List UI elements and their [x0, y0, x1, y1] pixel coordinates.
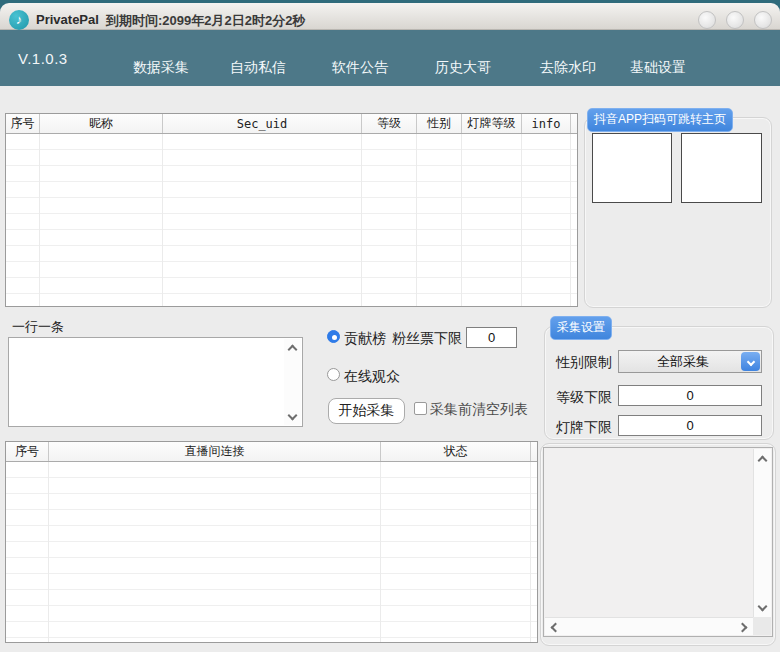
- maximize-button[interactable]: [726, 11, 744, 29]
- rooms-table-body: [6, 462, 537, 642]
- lamp-min-label: 灯牌下限: [556, 419, 612, 437]
- close-button[interactable]: [754, 11, 772, 29]
- log-vertical-scrollbar[interactable]: [753, 449, 771, 617]
- rooms-col-index[interactable]: 序号: [6, 442, 49, 461]
- log-horizontal-scrollbar[interactable]: [545, 617, 753, 635]
- radio-contribution-list[interactable]: [327, 330, 340, 343]
- fans-table-body: [6, 134, 577, 306]
- fans-col-stub: [571, 114, 577, 133]
- fans-col-level[interactable]: 等级: [362, 114, 417, 133]
- clear-before-collect-label[interactable]: 采集前清空列表: [430, 401, 528, 419]
- level-min-input[interactable]: [618, 385, 762, 406]
- qr-code-box-right: [681, 133, 762, 203]
- radio-online-label[interactable]: 在线观众: [344, 368, 400, 386]
- title-bar: ♪ PrivatePal 到期时间:2099年2月2日2时2分2秒: [0, 3, 780, 30]
- collect-settings-title-tag: 采集设置: [550, 316, 612, 340]
- fans-col-index[interactable]: 序号: [6, 114, 40, 133]
- fans-col-info[interactable]: info: [522, 114, 571, 133]
- rooms-col-stub: [531, 442, 537, 461]
- app-title: PrivatePal: [36, 12, 99, 27]
- nav-tab-data-collect[interactable]: 数据采集: [133, 59, 189, 77]
- version-label: V.1.0.3: [18, 50, 68, 67]
- radio-contribution-label[interactable]: 贡献榜: [344, 330, 386, 348]
- rooms-table-header: 序号 直播间连接 状态: [6, 442, 537, 462]
- chevron-down-icon[interactable]: [741, 352, 760, 371]
- scroll-right-icon[interactable]: [734, 619, 751, 635]
- radio-online-viewers[interactable]: [327, 368, 340, 381]
- fans-table: 序号 昵称 Sec_uid 等级 性别 灯牌等级 info: [5, 113, 578, 307]
- fan-ticket-label: 粉丝票下限: [392, 330, 462, 348]
- qr-panel-title-tag: 抖音APP扫码可跳转主页: [587, 108, 733, 132]
- fans-table-header: 序号 昵称 Sec_uid 等级 性别 灯牌等级 info: [6, 114, 577, 134]
- rooms-table: 序号 直播间连接 状态: [5, 441, 538, 643]
- fans-col-gender[interactable]: 性别: [417, 114, 462, 133]
- fan-ticket-input[interactable]: [466, 327, 517, 348]
- nav-tab-auto-message[interactable]: 自动私信: [230, 59, 286, 77]
- nav-tab-basic-settings[interactable]: 基础设置: [630, 59, 686, 77]
- room-links-textarea[interactable]: [8, 337, 303, 427]
- log-listbox[interactable]: [543, 447, 773, 637]
- fans-col-secuid[interactable]: Sec_uid: [163, 114, 362, 133]
- nav-bar: V.1.0.3 数据采集 自动私信 软件公告 历史大哥 去除水印 基础设置: [0, 30, 780, 86]
- lines-label: 一行一条: [12, 318, 64, 336]
- fans-col-nick[interactable]: 昵称: [40, 114, 163, 133]
- rooms-col-status[interactable]: 状态: [381, 442, 531, 461]
- scroll-down-icon[interactable]: [754, 598, 771, 614]
- textarea-scrollbar[interactable]: [284, 339, 301, 425]
- nav-tab-history[interactable]: 历史大哥: [435, 59, 491, 77]
- qr-code-box-left: [592, 133, 672, 203]
- gender-limit-value: 全部采集: [657, 353, 709, 371]
- nav-tab-announcement[interactable]: 软件公告: [332, 59, 388, 77]
- gender-limit-label: 性别限制: [556, 354, 612, 372]
- nav-tab-watermark[interactable]: 去除水印: [540, 59, 596, 77]
- scrollbar-corner: [753, 617, 771, 635]
- expiry-time-text: 到期时间:2099年2月2日2时2分2秒: [106, 12, 305, 30]
- main-area: 序号 昵称 Sec_uid 等级 性别 灯牌等级 info 抖音APP扫码可跳转…: [0, 86, 780, 652]
- lamp-min-input[interactable]: [618, 415, 762, 436]
- start-collect-button[interactable]: 开始采集: [328, 398, 405, 424]
- rooms-col-link[interactable]: 直播间连接: [49, 442, 381, 461]
- fans-col-lamp[interactable]: 灯牌等级: [462, 114, 522, 133]
- scroll-up-icon[interactable]: [754, 452, 771, 468]
- minimize-button[interactable]: [698, 11, 716, 29]
- douyin-music-note-icon: ♪: [9, 10, 29, 30]
- scroll-down-icon[interactable]: [284, 407, 301, 423]
- scroll-up-icon[interactable]: [284, 341, 301, 357]
- scroll-left-icon[interactable]: [547, 619, 564, 635]
- level-min-label: 等级下限: [556, 389, 612, 407]
- gender-limit-select[interactable]: 全部采集: [618, 350, 762, 373]
- clear-before-collect-checkbox[interactable]: [414, 402, 427, 415]
